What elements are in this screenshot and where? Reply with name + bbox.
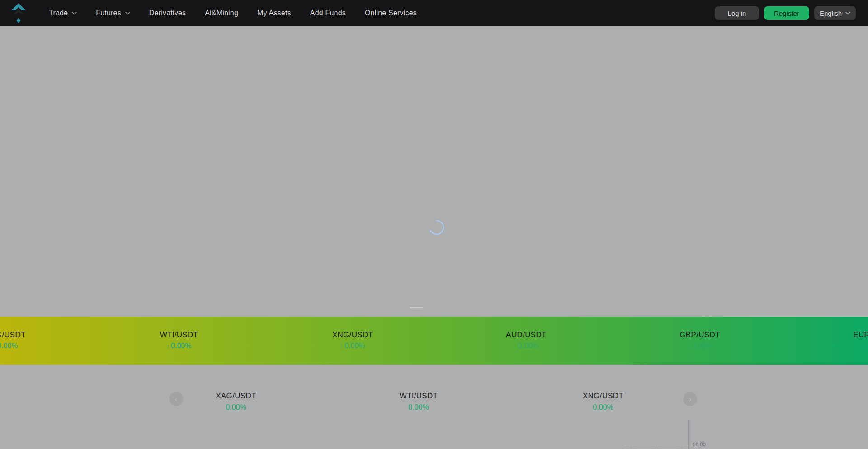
change-value: 0.00% — [518, 342, 538, 350]
ticker-item[interactable]: WTI/USDT ↑ 0.00% — [111, 317, 247, 365]
nav-item-label: Futures — [96, 9, 121, 17]
pair-label: WTI/USDT — [160, 331, 198, 340]
logo-icon — [11, 3, 26, 24]
pair-change: ↑ 0.00% — [340, 342, 365, 350]
nav-actions: Log in Register English — [715, 6, 856, 20]
chevron-down-icon — [845, 12, 850, 15]
nav-item-trade[interactable]: Trade — [49, 9, 77, 17]
pair-label: GBP/USDT — [679, 331, 720, 340]
ticker-item[interactable]: EUR/USDT ↑ 0.00% — [806, 317, 868, 365]
ticker-item[interactable]: XNG/USDT ↑ 0.00% — [285, 317, 420, 365]
nav-item-label: Online Services — [365, 9, 417, 17]
pair-label: XNG/USDT — [332, 331, 373, 340]
nav-item-futures[interactable]: Futures — [96, 9, 130, 17]
change-value: 0.00% — [692, 342, 712, 350]
nav-item-label: Trade — [49, 9, 68, 17]
up-arrow-icon: ↑ — [340, 343, 344, 349]
nav-item-label: My Assets — [257, 9, 291, 17]
change-value: 0.00% — [171, 342, 191, 350]
pair-label: XAG/USDT — [216, 392, 256, 401]
pair-label: EUR/USDT — [853, 331, 868, 340]
chevron-right-icon: › — [689, 395, 692, 403]
up-arrow-icon: ↑ — [688, 343, 691, 349]
nav-item-label: Ai&Mining — [205, 9, 238, 17]
pair-label: WTI/USDT — [400, 392, 438, 401]
chevron-down-icon — [125, 12, 130, 15]
up-arrow-icon: ↑ — [514, 343, 517, 349]
pair-label: AUD/USDT — [506, 331, 546, 340]
nav-item-derivatives[interactable]: Derivatives — [149, 9, 186, 17]
scroll-indicator — [410, 307, 423, 308]
ticker-item[interactable]: XAG/USDT ↑ 0.00% — [0, 317, 73, 365]
change-value: 0.00% — [593, 403, 613, 411]
ticker-item[interactable]: GBP/USDT ↑ 0.00% — [632, 317, 768, 365]
change-value: 0.00% — [0, 342, 18, 350]
nav-item-my-assets[interactable]: My Assets — [257, 9, 291, 17]
chart-y-tick-label: 10.00 — [693, 442, 706, 447]
pair-change: ↑ 0.00% — [167, 342, 192, 350]
watchlist-item[interactable]: WTI/USDT 0.00% — [351, 392, 486, 411]
language-selector[interactable]: English — [814, 6, 856, 20]
top-nav: Trade Futures Derivatives Ai&Mining My A… — [0, 0, 868, 26]
nav-item-ai-mining[interactable]: Ai&Mining — [205, 9, 238, 17]
register-button[interactable]: Register — [764, 6, 809, 20]
change-value: 0.00% — [344, 342, 365, 350]
nav-item-online-services[interactable]: Online Services — [365, 9, 417, 17]
change-value: 0.00% — [226, 403, 246, 411]
nav-item-add-funds[interactable]: Add Funds — [310, 9, 346, 17]
chevron-down-icon — [72, 12, 77, 15]
language-label: English — [820, 9, 842, 17]
brand-logo[interactable] — [11, 3, 26, 24]
ticker-item[interactable]: AUD/USDT ↑ 0.00% — [458, 317, 594, 365]
pair-label: XAG/USDT — [0, 331, 26, 340]
pair-change: ↑ 0.00% — [861, 342, 868, 350]
up-arrow-icon: ↑ — [167, 343, 170, 349]
market-ticker: XAG/USDT ↑ 0.00% WTI/USDT ↑ 0.00% XNG/US… — [0, 317, 868, 365]
up-arrow-icon: ↑ — [861, 343, 864, 349]
nav-item-label: Derivatives — [149, 9, 186, 17]
pair-change: ↑ 0.00% — [514, 342, 539, 350]
pair-change: ↑ 0.00% — [688, 342, 712, 350]
carousel-next-button[interactable]: › — [683, 392, 697, 406]
watchlist-item[interactable]: XNG/USDT 0.00% — [535, 392, 671, 411]
loading-spinner — [429, 220, 444, 235]
watchlist-item[interactable]: XAG/USDT 0.00% — [168, 392, 304, 411]
chart-gridline — [625, 445, 688, 445]
nav-item-label: Add Funds — [310, 9, 346, 17]
login-button[interactable]: Log in — [715, 6, 759, 20]
change-value: 0.00% — [865, 342, 868, 350]
pair-label: XNG/USDT — [583, 392, 623, 401]
change-value: 0.00% — [408, 403, 429, 411]
main-menu: Trade Futures Derivatives Ai&Mining My A… — [49, 9, 417, 17]
page: Trade Futures Derivatives Ai&Mining My A… — [0, 0, 868, 449]
chart-y-axis — [688, 420, 689, 449]
pair-change: ↑ 0.00% — [0, 342, 18, 350]
